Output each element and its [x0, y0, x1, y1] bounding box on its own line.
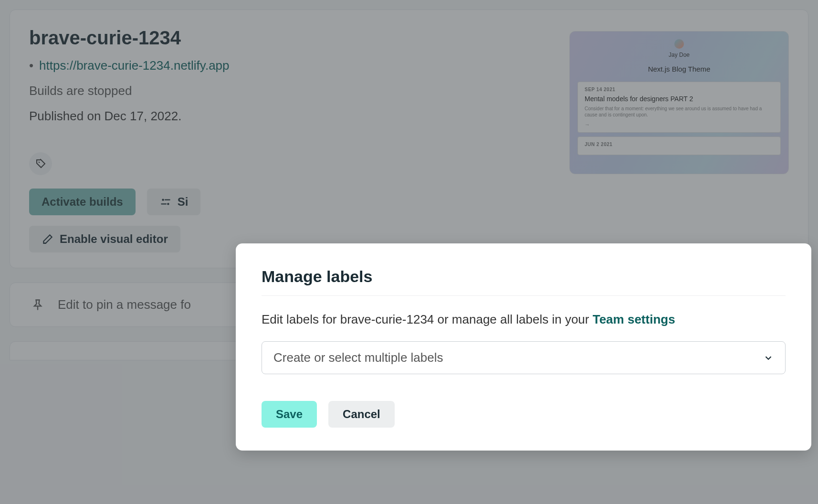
save-button[interactable]: Save	[262, 401, 317, 428]
manage-labels-modal: Manage labels Edit labels for brave-curi…	[236, 243, 811, 451]
modal-description: Edit labels for brave-curie-1234 or mana…	[262, 312, 786, 327]
labels-select-placeholder: Create or select multiple labels	[273, 350, 443, 365]
modal-title: Manage labels	[262, 267, 786, 296]
chevron-down-icon	[763, 353, 774, 363]
team-settings-link[interactable]: Team settings	[593, 312, 675, 326]
cancel-button[interactable]: Cancel	[328, 401, 395, 428]
modal-button-row: Save Cancel	[262, 401, 786, 428]
modal-desc-text: Edit labels for brave-curie-1234 or mana…	[262, 312, 593, 326]
labels-select[interactable]: Create or select multiple labels	[262, 341, 786, 374]
